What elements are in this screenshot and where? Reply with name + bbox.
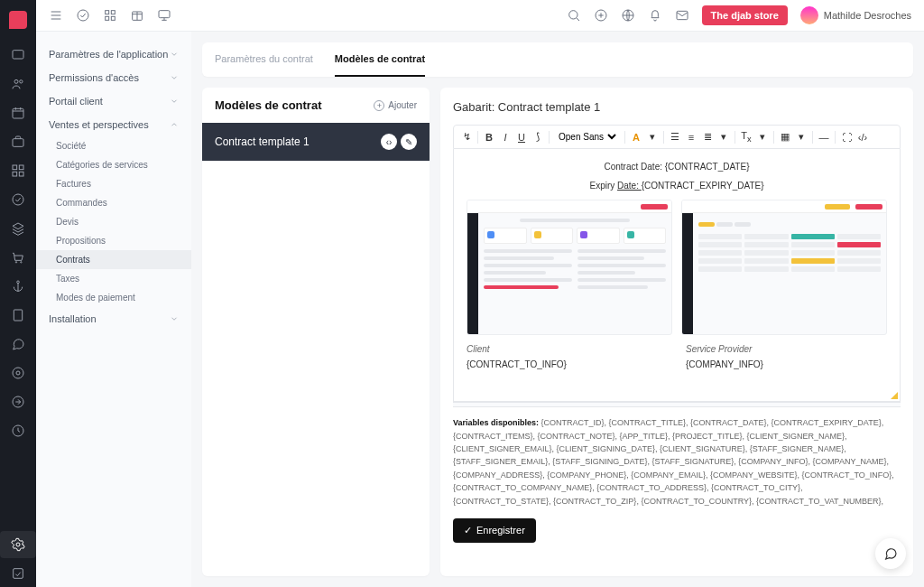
sidebar-item-taxes[interactable]: Taxes <box>36 269 191 288</box>
client-label: Client <box>467 344 668 354</box>
sidebar-item-quotes[interactable]: Devis <box>36 212 191 231</box>
chevron-down-icon <box>170 50 179 59</box>
template-list-item[interactable]: Contract template 1 ‹› ✎ <box>202 123 430 161</box>
svg-rect-26 <box>159 11 170 18</box>
rail-cart-icon[interactable] <box>0 244 36 271</box>
available-variables: Variables disponibles: {CONTRACT_ID}, {C… <box>453 416 901 508</box>
sidebar-section-installation[interactable]: Installation <box>36 307 191 331</box>
tool-text-color-icon[interactable]: A <box>631 132 642 143</box>
sidebar-item-proposals[interactable]: Propositions <box>36 231 191 250</box>
monitor-icon[interactable] <box>157 8 171 23</box>
rail-dashboard-icon[interactable] <box>0 42 36 69</box>
timer-check-icon[interactable] <box>76 8 90 23</box>
sidebar-item-service-categories[interactable]: Catégories de services <box>36 155 191 174</box>
tool-list-ul-icon[interactable]: ☰ <box>670 131 680 143</box>
screenshot-placeholder <box>467 200 672 335</box>
contract-date-line: Contract Date: {CONTRACT_DATE} <box>467 162 887 172</box>
tool-paragraph-icon[interactable]: Tx <box>741 130 752 144</box>
svg-point-11 <box>21 262 22 263</box>
sidebar-section-sales[interactable]: Ventes et perspectives <box>36 113 191 136</box>
mail-icon[interactable] <box>675 8 689 23</box>
svg-point-2 <box>20 80 23 83</box>
menu-icon[interactable] <box>49 8 63 23</box>
tool-dropdown-icon[interactable]: ▾ <box>796 131 807 143</box>
sidebar-section-permissions[interactable]: Permissions d'accès <box>36 66 191 89</box>
edit-icon[interactable]: ✎ <box>401 134 417 150</box>
svg-point-12 <box>17 281 20 284</box>
brand-logo[interactable] <box>9 11 27 29</box>
rail-grid-icon[interactable] <box>0 157 36 184</box>
rail-layers-icon[interactable] <box>0 215 36 242</box>
rail-anchor-icon[interactable] <box>0 273 36 300</box>
rail-edit-icon[interactable] <box>0 560 36 587</box>
rail-book-icon[interactable] <box>0 302 36 329</box>
rail-settings-icon[interactable] <box>0 531 36 558</box>
search-icon[interactable] <box>567 8 581 23</box>
svg-point-10 <box>15 262 16 263</box>
tool-dropdown-icon[interactable]: ▾ <box>757 131 768 143</box>
add-icon[interactable] <box>594 8 608 23</box>
tool-wand-icon[interactable]: ↯ <box>461 131 472 143</box>
chevron-down-icon <box>170 73 179 82</box>
code-icon[interactable]: ‹› <box>381 134 397 150</box>
tool-underline-icon[interactable]: U <box>516 132 527 143</box>
user-name-label: Mathilde Desroches <box>824 10 911 21</box>
box-icon[interactable] <box>130 8 144 23</box>
svg-rect-6 <box>19 165 23 170</box>
bell-icon[interactable] <box>648 8 662 23</box>
sidebar-item-invoices[interactable]: Factures <box>36 174 191 193</box>
tool-dropdown-icon[interactable]: ▾ <box>718 131 729 143</box>
plus-icon: + <box>374 100 384 111</box>
rail-export-icon[interactable] <box>0 388 36 415</box>
tool-align-icon[interactable]: ≣ <box>702 131 713 143</box>
editor-content[interactable]: Contract Date: {CONTRACT_DATE} Expiry Da… <box>453 149 901 402</box>
top-bar: The djab store Mathilde Desroches <box>36 0 924 32</box>
globe-icon[interactable] <box>621 8 635 23</box>
service-provider-label: Service Provider <box>686 344 887 354</box>
rail-calendar-icon[interactable] <box>0 99 36 126</box>
rail-support-icon[interactable] <box>0 359 36 387</box>
svg-rect-22 <box>111 11 115 14</box>
tab-contract-settings[interactable]: Paramètres du contrat <box>215 42 313 77</box>
sidebar-section-app-settings[interactable]: Paramètres de l'application <box>36 42 191 66</box>
store-link-button[interactable]: The djab store <box>702 5 788 25</box>
tool-fullscreen-icon[interactable]: ⛶ <box>841 132 852 143</box>
svg-rect-0 <box>13 51 23 59</box>
sidebar-item-payment-modes[interactable]: Modes de paiement <box>36 288 191 307</box>
svg-rect-30 <box>677 11 688 19</box>
sidebar-item-contracts[interactable]: Contrats <box>36 250 191 269</box>
tab-contract-templates[interactable]: Modèles de contrat <box>335 42 425 77</box>
resize-divider[interactable] <box>453 402 901 407</box>
tool-table-icon[interactable]: ▦ <box>780 131 790 143</box>
help-fab[interactable] <box>875 538 906 569</box>
tool-italic-icon[interactable]: I <box>500 132 511 143</box>
tool-dropdown-icon[interactable]: ▾ <box>647 131 658 143</box>
user-menu[interactable]: Mathilde Desroches <box>800 6 911 24</box>
tool-strike-icon[interactable]: ⟆ <box>532 131 543 143</box>
svg-rect-5 <box>13 165 17 170</box>
rail-clock-icon[interactable] <box>0 417 36 444</box>
tool-hr-icon[interactable]: — <box>818 132 829 143</box>
apps-icon[interactable] <box>103 8 117 23</box>
add-template-button[interactable]: + Ajouter <box>374 100 417 111</box>
rail-briefcase-icon[interactable] <box>0 128 36 155</box>
editor-panel: Gabarit: Contract template 1 ↯ B I U ⟆ O… <box>440 88 913 576</box>
resize-handle-icon[interactable] <box>891 392 898 399</box>
sidebar-item-orders[interactable]: Commandes <box>36 193 191 212</box>
svg-point-15 <box>16 371 20 375</box>
tool-list-ol-icon[interactable]: ≡ <box>686 132 697 143</box>
rail-chat-icon[interactable] <box>0 331 36 358</box>
sidebar-section-client-portal[interactable]: Portail client <box>36 89 191 113</box>
tool-code-icon[interactable]: ‹/› <box>857 132 868 143</box>
svg-rect-8 <box>19 172 23 176</box>
service-provider-value: {COMPANY_INFO} <box>686 359 887 369</box>
svg-rect-13 <box>14 310 22 321</box>
rail-users-icon[interactable] <box>0 70 36 98</box>
font-family-select[interactable]: Open Sans <box>555 131 619 143</box>
save-button[interactable]: ✓ Enregistrer <box>453 518 536 543</box>
tool-bold-icon[interactable]: B <box>484 132 494 143</box>
svg-point-27 <box>568 11 577 19</box>
sidebar-item-company[interactable]: Société <box>36 136 191 155</box>
rail-check-icon[interactable] <box>0 186 36 213</box>
expiry-date-line: Expiry Date: {CONTRACT_EXPIRY_DATE} <box>467 181 887 191</box>
